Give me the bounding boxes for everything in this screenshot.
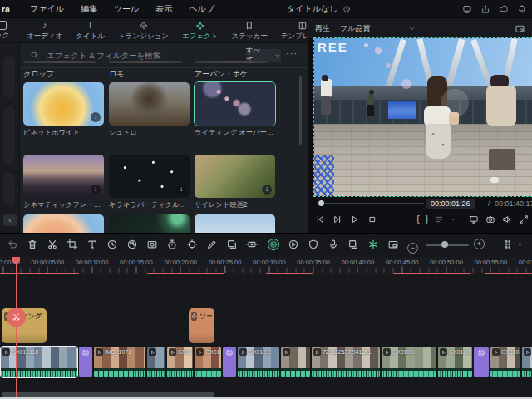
- effect-card[interactable]: [195, 214, 275, 233]
- preview-video[interactable]: REE: [314, 38, 532, 196]
- category-item[interactable]: [3, 57, 15, 98]
- image-clip[interactable]: [79, 347, 92, 377]
- video-clip[interactable]: GX010118: [1, 347, 77, 377]
- zoom-slider-knob[interactable]: [441, 241, 448, 248]
- export-icon[interactable]: [480, 4, 490, 14]
- tab-オーディオ[interactable]: ♪オーディオ: [20, 18, 69, 43]
- video-clip[interactable]: [281, 347, 310, 377]
- video-clip[interactable]: GX0100...: [438, 347, 472, 377]
- video-clip[interactable]: GX010...: [195, 347, 221, 377]
- video-clip[interactable]: 729662537 941351: [312, 347, 380, 377]
- render-list-icon[interactable]: [434, 214, 444, 224]
- split-icon[interactable]: [47, 239, 58, 250]
- video-clip[interactable]: IMG_1071: [94, 347, 145, 377]
- scrub-knob[interactable]: [318, 200, 324, 206]
- tab-ステッカー[interactable]: ステッカー: [225, 18, 274, 43]
- menu-item[interactable]: ヘルプ: [180, 3, 223, 15]
- quality-dropdown[interactable]: フル品質: [340, 23, 416, 34]
- play-quality-icon[interactable]: [288, 239, 299, 250]
- video-clip[interactable]: GX0101...: [238, 347, 279, 377]
- category-item[interactable]: [3, 106, 15, 165]
- fullscreen-icon[interactable]: [519, 214, 529, 224]
- collapse-panel-button[interactable]: ‹: [3, 214, 17, 226]
- mark-in-icon[interactable]: {: [416, 214, 420, 224]
- category-item[interactable]: [3, 173, 15, 206]
- effect-clip[interactable]: ソーシ...: [189, 308, 214, 343]
- ai-icon[interactable]: [367, 239, 379, 250]
- search-input[interactable]: [45, 50, 203, 61]
- tab-タイトル[interactable]: Tタイトル: [69, 18, 111, 43]
- media-tabbar: ック ♪オーディオTタイトルトランジションエフェクトステッカーテンプレート: [0, 18, 309, 43]
- keyframe-icon[interactable]: [206, 239, 218, 250]
- play-icon[interactable]: [350, 214, 360, 224]
- effect-card[interactable]: ↓: [195, 155, 275, 198]
- copy-effects-icon[interactable]: [226, 239, 238, 250]
- scrub-bar[interactable]: [318, 203, 424, 204]
- menu-item[interactable]: ツール: [106, 3, 147, 15]
- pip-display-icon-slot[interactable]: [515, 23, 525, 34]
- mark-out-icon[interactable]: }: [426, 214, 429, 224]
- current-timecode[interactable]: 00:00:01:26: [426, 199, 475, 209]
- speed-icon[interactable]: [106, 239, 118, 250]
- timeline-ruler[interactable]: 00:00:00:0000:00:05:0000:00:10:0000:00:1…: [0, 257, 532, 275]
- history-icon-slot[interactable]: [342, 5, 351, 13]
- stabilization-icon[interactable]: [246, 239, 258, 250]
- zoom-in-icon[interactable]: +: [474, 239, 485, 249]
- more-options-icon[interactable]: ···: [286, 48, 298, 58]
- menu-item[interactable]: ファイル: [22, 3, 72, 15]
- timer-icon[interactable]: [166, 239, 178, 250]
- tab-stock-partial[interactable]: ック: [0, 18, 9, 43]
- volume-icon[interactable]: [502, 214, 512, 224]
- cloud-upload-icon[interactable]: [499, 4, 509, 14]
- render-preview-icon[interactable]: [268, 239, 279, 250]
- effect-card[interactable]: [195, 82, 275, 126]
- previous-frame-icon[interactable]: [315, 214, 325, 224]
- download-icon[interactable]: ↓: [91, 185, 101, 195]
- text-edit-icon[interactable]: [86, 239, 98, 250]
- menu-item[interactable]: 編集: [72, 3, 106, 15]
- trash-icon[interactable]: [27, 239, 38, 250]
- crop-icon[interactable]: [66, 239, 78, 250]
- video-clip[interactable]: GX01...: [167, 347, 193, 377]
- video-clip[interactable]: [147, 347, 165, 377]
- snapshot-icon[interactable]: [485, 214, 495, 224]
- effect-card[interactable]: [23, 214, 104, 233]
- motion-tracking-icon[interactable]: [186, 239, 198, 250]
- menu-item[interactable]: 表示: [147, 3, 180, 15]
- notifications-icon[interactable]: [517, 4, 527, 14]
- video-clip[interactable]: [522, 347, 532, 377]
- pip-icon[interactable]: [387, 239, 399, 250]
- color-icon[interactable]: [126, 239, 138, 250]
- zoom-out-icon[interactable]: −: [407, 243, 418, 254]
- download-icon[interactable]: ↓: [91, 112, 101, 122]
- effect-card[interactable]: [109, 82, 190, 126]
- tab-トランジション[interactable]: トランジション: [111, 18, 175, 43]
- notes-icon[interactable]: [347, 239, 359, 250]
- safe-area-icon[interactable]: [308, 239, 319, 250]
- video-clip[interactable]: GX010...: [490, 347, 520, 377]
- effect-card[interactable]: ↓: [23, 82, 104, 126]
- effect-card[interactable]: ↓: [23, 155, 104, 198]
- step-forward-icon[interactable]: [332, 214, 342, 224]
- mask-icon[interactable]: [146, 239, 158, 250]
- image-clip[interactable]: [474, 347, 489, 377]
- chevron-down-icon[interactable]: [450, 216, 456, 223]
- download-icon[interactable]: ↓: [262, 185, 272, 195]
- dual-monitor-icon[interactable]: [469, 214, 479, 224]
- playhead-line[interactable]: [16, 257, 17, 397]
- undo-icon[interactable]: [7, 239, 18, 250]
- voiceover-icon[interactable]: [328, 239, 339, 250]
- effects-scrollbar[interactable]: [299, 76, 302, 145]
- playhead-split-button[interactable]: [7, 308, 26, 327]
- effect-card[interactable]: [109, 214, 190, 233]
- download-icon[interactable]: ↓: [176, 185, 186, 195]
- track-manage-button[interactable]: [502, 239, 523, 250]
- tab-エフェクト[interactable]: エフェクト: [175, 18, 225, 43]
- display-icon[interactable]: [462, 4, 472, 14]
- image-clip[interactable]: [223, 347, 236, 377]
- video-clip[interactable]: GX0100...: [382, 347, 436, 377]
- pip-display-icon[interactable]: [515, 23, 525, 34]
- effect-card[interactable]: ↓: [109, 155, 190, 198]
- stop-icon[interactable]: [367, 214, 377, 224]
- history-icon[interactable]: [342, 5, 351, 13]
